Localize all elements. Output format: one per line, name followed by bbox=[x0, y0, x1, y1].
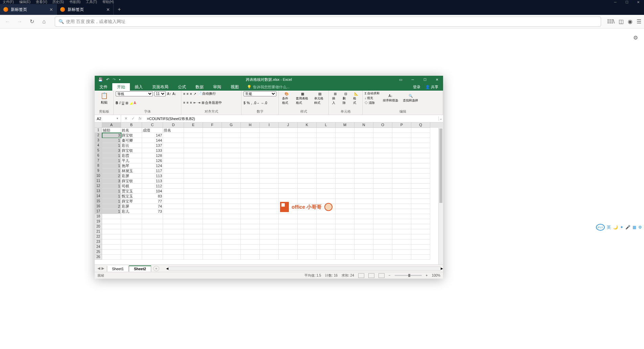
cell-M23[interactable] bbox=[336, 239, 354, 245]
row-header-10[interactable]: 10 bbox=[95, 173, 102, 179]
cell-K12[interactable] bbox=[298, 184, 317, 189]
cell-M18[interactable] bbox=[336, 214, 354, 219]
cell-F16[interactable] bbox=[203, 204, 222, 209]
zoom-slider[interactable] bbox=[395, 275, 422, 276]
formula-expand-icon[interactable]: ⌄ bbox=[438, 116, 443, 121]
scroll-thumb[interactable] bbox=[439, 129, 442, 203]
forward-button[interactable]: → bbox=[15, 17, 24, 26]
decrease-indent-icon[interactable]: ⇤ bbox=[193, 101, 196, 104]
cell-K3[interactable] bbox=[298, 138, 317, 143]
cell-I2[interactable] bbox=[260, 133, 279, 138]
cell-A14[interactable]: 1 bbox=[102, 194, 121, 199]
cell-O12[interactable] bbox=[373, 184, 392, 189]
row-header-18[interactable]: 18 bbox=[95, 214, 102, 219]
cell-J7[interactable] bbox=[279, 158, 298, 163]
cell-D23[interactable] bbox=[163, 239, 184, 245]
cell-A26[interactable] bbox=[102, 255, 121, 260]
cell-Q26[interactable] bbox=[411, 255, 430, 260]
cell-J16[interactable] bbox=[279, 204, 298, 209]
cell-O23[interactable] bbox=[373, 239, 392, 245]
cell-F25[interactable] bbox=[203, 250, 222, 255]
column-header-M[interactable]: M bbox=[336, 122, 354, 128]
cell-Q19[interactable] bbox=[411, 219, 430, 224]
cell-A8[interactable]: 1 bbox=[102, 163, 121, 168]
cell-I15[interactable] bbox=[260, 199, 279, 204]
cell-M10[interactable] bbox=[336, 173, 354, 179]
cell-H8[interactable] bbox=[241, 163, 260, 168]
cell-E20[interactable] bbox=[184, 224, 203, 229]
cell-M8[interactable] bbox=[336, 163, 354, 168]
cell-B23[interactable] bbox=[121, 239, 142, 245]
italic-button[interactable]: I bbox=[119, 101, 120, 105]
cell-D12[interactable] bbox=[163, 184, 184, 189]
cell-D25[interactable] bbox=[163, 250, 184, 255]
increase-decimal-icon[interactable]: .0→ bbox=[253, 101, 259, 105]
cell-E15[interactable] bbox=[184, 199, 203, 204]
cell-M25[interactable] bbox=[336, 250, 354, 255]
cell-E14[interactable] bbox=[184, 194, 203, 199]
ribbon-tab-file[interactable]: 文件 bbox=[95, 83, 112, 91]
cell-D17[interactable] bbox=[163, 209, 184, 214]
page-layout-view-icon[interactable] bbox=[368, 273, 374, 278]
ribbon-tab-data[interactable]: 数据 bbox=[191, 83, 208, 91]
cell-E1[interactable] bbox=[184, 128, 203, 133]
cell-I9[interactable] bbox=[260, 168, 279, 173]
cell-K14[interactable] bbox=[298, 194, 317, 199]
cell-F11[interactable] bbox=[203, 179, 222, 184]
cell-L1[interactable] bbox=[317, 128, 336, 133]
number-format-select[interactable]: 常规 bbox=[244, 91, 276, 96]
cell-C26[interactable] bbox=[142, 255, 163, 260]
cell-B16[interactable]: 彩屏 bbox=[121, 204, 142, 209]
zoom-in-button[interactable]: + bbox=[426, 274, 428, 277]
cell-M6[interactable] bbox=[336, 153, 354, 158]
cell-A10[interactable]: 2 bbox=[102, 173, 121, 179]
menu-icon[interactable]: ☰ bbox=[637, 18, 641, 25]
cell-Q13[interactable] bbox=[411, 189, 430, 194]
cell-N5[interactable] bbox=[354, 148, 373, 153]
cell-styles-button[interactable]: ▤单元格样式 bbox=[313, 91, 326, 106]
cell-N20[interactable] bbox=[354, 224, 373, 229]
cell-I21[interactable] bbox=[260, 229, 279, 234]
close-icon[interactable]: ✕ bbox=[106, 7, 110, 12]
cell-E11[interactable] bbox=[184, 179, 203, 184]
cell-D8[interactable] bbox=[163, 163, 184, 168]
close-button[interactable]: ✕ bbox=[632, 0, 644, 4]
row-header-12[interactable]: 12 bbox=[95, 184, 102, 189]
ribbon-tab-formula[interactable]: 公式 bbox=[173, 83, 191, 91]
cell-N10[interactable] bbox=[354, 173, 373, 179]
cell-J13[interactable] bbox=[279, 189, 298, 194]
close-icon[interactable]: ✕ bbox=[49, 7, 53, 12]
cell-B7[interactable]: 平儿 bbox=[121, 158, 142, 163]
cell-L10[interactable] bbox=[317, 173, 336, 179]
cell-D10[interactable] bbox=[163, 173, 184, 179]
cell-O16[interactable] bbox=[373, 204, 392, 209]
cell-F24[interactable] bbox=[203, 245, 222, 250]
cell-B8[interactable]: 抱琴 bbox=[121, 163, 142, 168]
cell-K24[interactable] bbox=[298, 245, 317, 250]
increase-font-icon[interactable]: A↑ bbox=[167, 92, 171, 96]
cell-B11[interactable]: 薛宝钗 bbox=[121, 179, 142, 184]
cell-B12[interactable]: 司棋 bbox=[121, 184, 142, 189]
cell-C3[interactable]: 144 bbox=[142, 138, 163, 143]
select-all-corner[interactable] bbox=[95, 122, 102, 128]
conditional-format-button[interactable]: 🎨条件格式 bbox=[281, 91, 292, 106]
cell-P6[interactable] bbox=[392, 153, 411, 158]
cell-C7[interactable]: 126 bbox=[142, 158, 163, 163]
cell-O4[interactable] bbox=[373, 143, 392, 148]
cell-G7[interactable] bbox=[222, 158, 241, 163]
cell-C22[interactable] bbox=[142, 234, 163, 239]
fill-button[interactable]: ↓ 填充 bbox=[365, 96, 380, 100]
cell-C5[interactable]: 133 bbox=[142, 148, 163, 153]
cell-K15[interactable] bbox=[298, 199, 317, 204]
cell-Q22[interactable] bbox=[411, 234, 430, 239]
format-table-button[interactable]: ▦套用表格格式 bbox=[295, 91, 310, 106]
cell-H16[interactable] bbox=[241, 204, 260, 209]
cell-G26[interactable] bbox=[222, 255, 241, 260]
column-header-Q[interactable]: Q bbox=[411, 122, 430, 128]
mic-icon[interactable]: 🎤 bbox=[625, 225, 630, 230]
cell-O11[interactable] bbox=[373, 179, 392, 184]
cell-O14[interactable] bbox=[373, 194, 392, 199]
cell-N12[interactable] bbox=[354, 184, 373, 189]
cell-M3[interactable] bbox=[336, 138, 354, 143]
cell-N17[interactable] bbox=[354, 209, 373, 214]
